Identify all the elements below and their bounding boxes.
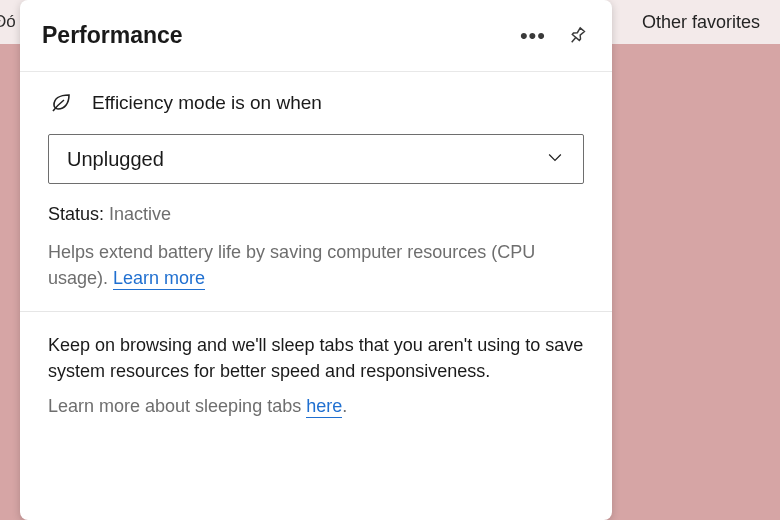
sleeping-tabs-learn-link[interactable]: here (306, 396, 342, 418)
more-icon[interactable]: ••• (520, 25, 546, 47)
other-favorites-button[interactable]: Other favorites (642, 0, 760, 44)
efficiency-mode-label: Efficiency mode is on when (92, 92, 322, 114)
panel-body: Efficiency mode is on when Unplugged Sta… (20, 72, 612, 417)
chevron-down-icon (545, 147, 565, 171)
efficiency-mode-row: Efficiency mode is on when (48, 90, 584, 116)
dropdown-selected-value: Unplugged (67, 148, 545, 171)
pin-icon[interactable] (564, 23, 590, 49)
sleeping-tabs-learn-prefix: Learn more about sleeping tabs (48, 396, 306, 416)
efficiency-status: Status: Inactive (48, 204, 584, 225)
status-label: Status: (48, 204, 104, 224)
panel-header: Performance ••• (20, 0, 612, 72)
efficiency-description: Helps extend battery life by saving comp… (48, 239, 584, 291)
favorite-item-fragment[interactable]: Đó (0, 0, 16, 44)
efficiency-leaf-icon (48, 90, 74, 116)
panel-title: Performance (42, 22, 520, 49)
sleeping-tabs-learn: Learn more about sleeping tabs here. (48, 396, 584, 417)
efficiency-mode-dropdown[interactable]: Unplugged (48, 134, 584, 184)
sleeping-tabs-text: Keep on browsing and we'll sleep tabs th… (48, 332, 584, 384)
status-value: Inactive (109, 204, 171, 224)
sleeping-tabs-learn-suffix: . (342, 396, 347, 416)
section-divider (20, 311, 612, 312)
efficiency-learn-more-link[interactable]: Learn more (113, 268, 205, 290)
performance-panel: Performance ••• Efficiency mode is on wh… (20, 0, 612, 520)
svg-line-0 (572, 37, 576, 42)
panel-header-actions: ••• (520, 23, 590, 49)
